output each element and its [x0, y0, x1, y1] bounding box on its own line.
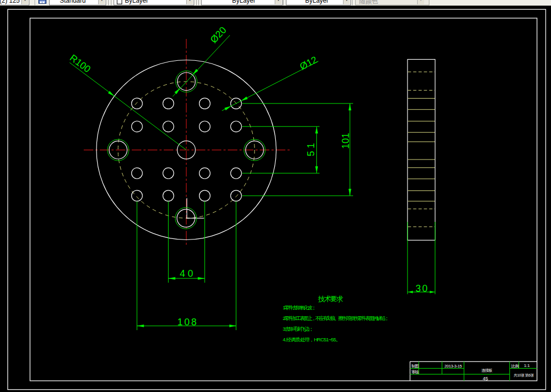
svg-text:比例: 比例: [512, 364, 519, 369]
svg-text:30: 30: [416, 283, 429, 294]
svg-text:1:1: 1:1: [524, 363, 530, 368]
svg-text:审核: 审核: [412, 370, 420, 374]
svg-text:技术要求: 技术要求: [318, 295, 344, 303]
svg-text:108: 108: [178, 317, 198, 327]
svg-text:连接板: 连接板: [482, 368, 493, 373]
svg-text:2013-3-15: 2013-3-15: [444, 364, 461, 369]
svg-text:2.零件加工表面上，不应有划痕、擦伤等损伤零件表面的缺陷；: 2.零件加工表面上，不应有划痕、擦伤等损伤零件表面的缺陷；: [283, 315, 388, 321]
svg-text:3.去除毛刺飞边；: 3.去除毛刺飞边；: [283, 326, 313, 332]
svg-text:4.经调质处理，HRC51~55。: 4.经调质处理，HRC51~55。: [283, 337, 340, 342]
svg-text:101: 101: [340, 133, 351, 149]
svg-text:45: 45: [483, 376, 488, 381]
svg-text:40: 40: [180, 268, 196, 279]
svg-text:共10张 第6张: 共10张 第6张: [514, 373, 534, 378]
svg-text:制图: 制图: [411, 364, 419, 369]
svg-text:1.零件去除氧化皮；: 1.零件去除氧化皮；: [283, 305, 315, 310]
svg-text:51: 51: [306, 140, 316, 156]
